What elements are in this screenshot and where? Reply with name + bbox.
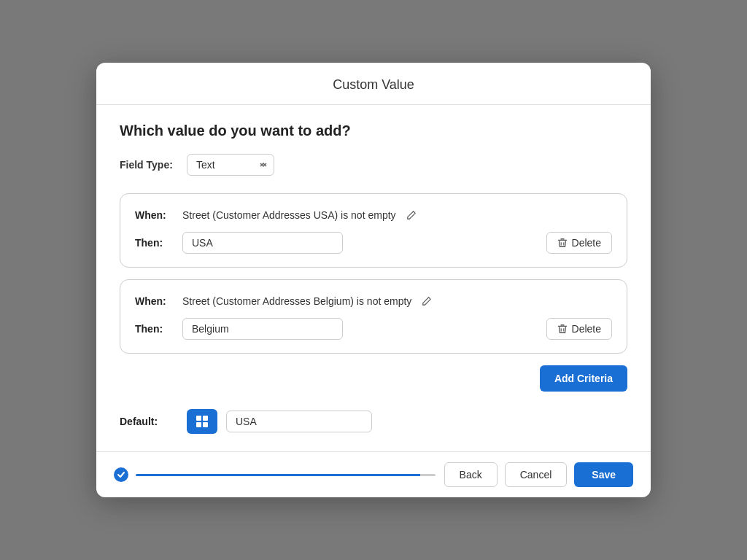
then-label-2: Then: — [135, 323, 175, 335]
save-button[interactable]: Save — [574, 462, 633, 487]
progress-bar-container — [114, 467, 436, 482]
criteria-card-2: When: Street (Customer Addresses Belgium… — [120, 279, 627, 354]
when-label-1: When: — [135, 209, 175, 221]
section-question: Which value do you want to add? — [120, 122, 627, 139]
then-input-2[interactable] — [182, 318, 343, 340]
criteria-when-row-1: When: Street (Customer Addresses USA) is… — [135, 207, 612, 223]
add-criteria-row: Add Criteria — [120, 365, 627, 392]
modal-overlay: Custom Value Which value do you want to … — [0, 0, 747, 560]
pencil-icon-1 — [406, 210, 417, 220]
modal-footer: Back Cancel Save — [96, 451, 651, 497]
field-type-label: Field Type: — [120, 159, 178, 171]
modal-title: Custom Value — [333, 77, 414, 92]
default-row: Default: — [120, 409, 627, 434]
checkmark-icon — [117, 470, 125, 479]
when-label-2: When: — [135, 295, 175, 307]
svg-rect-7 — [203, 416, 208, 421]
criteria-then-row-2: Then: Delete — [135, 318, 612, 340]
default-grid-button[interactable] — [187, 409, 217, 434]
pencil-icon-2 — [422, 296, 432, 306]
when-condition-1: Street (Customer Addresses USA) is not e… — [182, 209, 396, 221]
default-input[interactable] — [226, 411, 372, 432]
delete-button-1[interactable]: Delete — [546, 232, 612, 254]
footer-buttons: Back Cancel Save — [444, 462, 633, 487]
trash-icon-1 — [557, 238, 568, 248]
field-type-select[interactable]: Text Number Date Boolean — [187, 154, 274, 176]
delete-label-1: Delete — [572, 237, 601, 249]
default-label: Default: — [120, 416, 178, 427]
when-condition-2: Street (Customer Addresses Belgium) is n… — [182, 295, 411, 307]
modal: Custom Value Which value do you want to … — [96, 63, 651, 497]
back-button[interactable]: Back — [444, 462, 498, 487]
svg-rect-3 — [557, 326, 566, 327]
cancel-button[interactable]: Cancel — [505, 462, 568, 487]
criteria-card-1: When: Street (Customer Addresses USA) is… — [120, 193, 627, 268]
modal-header: Custom Value — [96, 63, 651, 105]
edit-condition-button-2[interactable] — [419, 293, 435, 309]
progress-check — [114, 467, 128, 482]
progress-track — [136, 474, 436, 476]
field-type-row: Field Type: Text Number Date Boolean — [120, 154, 627, 176]
edit-condition-button-1[interactable] — [403, 207, 419, 223]
svg-rect-8 — [196, 422, 201, 427]
modal-body: Which value do you want to add? Field Ty… — [96, 105, 651, 451]
svg-rect-0 — [557, 240, 566, 241]
svg-rect-9 — [203, 422, 208, 427]
then-label-1: Then: — [135, 237, 175, 249]
delete-button-2[interactable]: Delete — [546, 318, 612, 340]
add-criteria-button[interactable]: Add Criteria — [540, 365, 627, 392]
criteria-when-row-2: When: Street (Customer Addresses Belgium… — [135, 293, 612, 309]
svg-rect-6 — [196, 416, 201, 421]
grid-icon — [196, 415, 209, 428]
delete-label-2: Delete — [572, 323, 601, 335]
then-input-1[interactable] — [182, 232, 343, 254]
trash-icon-2 — [557, 324, 568, 334]
criteria-then-row-1: Then: Delete — [135, 232, 612, 254]
